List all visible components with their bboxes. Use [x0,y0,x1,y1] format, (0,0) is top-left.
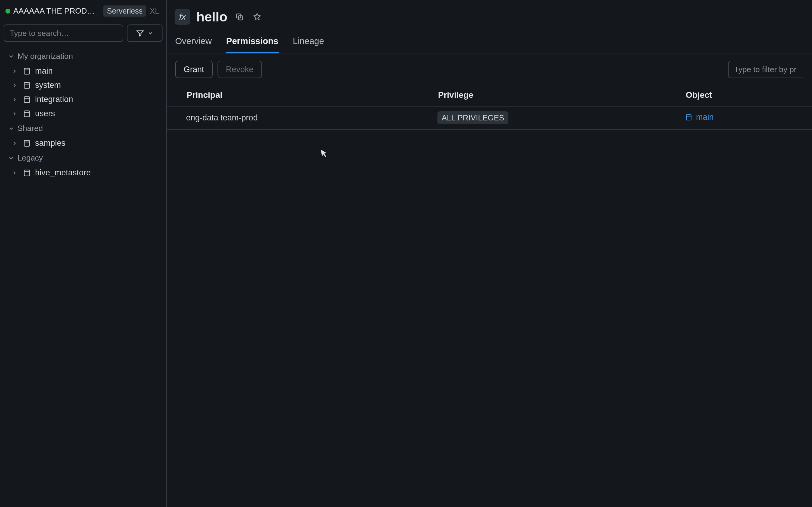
tab-lineage[interactable]: Lineage [293,32,324,53]
tree-item-users[interactable]: users [0,107,166,121]
permissions-table: Principal Privilege Object eng-data team… [167,84,812,130]
filter-input[interactable] [728,61,804,78]
tree-group-my-organization[interactable]: My organization [0,49,166,64]
svg-rect-10 [24,170,29,176]
tree-group-label: My organization [17,52,73,61]
tree-item-integration[interactable]: integration [0,92,166,107]
col-principal: Principal [186,90,438,100]
title-row: fx hello [167,5,812,32]
tree-item-label: hive_metastore [35,168,91,177]
chevron-down-icon [8,155,14,162]
tree-item-samples[interactable]: samples [0,136,166,150]
tabs: Overview Permissions Lineage [167,32,812,53]
object-link[interactable]: main [685,113,714,122]
tree-group-label: Legacy [17,153,43,163]
svg-rect-6 [24,111,29,117]
catalog-icon [23,67,31,75]
tree-item-label: samples [35,138,65,148]
tree-item-label: users [35,109,55,118]
status-dot-icon [5,9,10,13]
tree-item-label: integration [35,95,73,104]
permissions-toolbar: Grant Revoke [167,53,812,84]
tree-item-system[interactable]: system [0,78,166,92]
svg-rect-2 [24,82,29,89]
svg-rect-0 [24,68,29,74]
tree-item-label: system [35,80,61,90]
table-row[interactable]: eng-data team-prod ALL PRIVILEGES main [167,107,812,130]
tab-overview[interactable]: Overview [175,32,212,53]
catalog-icon [23,169,31,177]
chevron-down-icon [8,53,14,60]
catalog-icon [23,96,31,104]
workspace-size: XL [149,7,159,15]
chevron-down-icon [8,125,14,132]
chevron-down-icon [147,30,153,36]
copy-icon[interactable] [234,11,246,23]
revoke-button[interactable]: Revoke [217,61,262,78]
catalog-icon [23,81,31,89]
svg-rect-8 [24,140,29,146]
svg-rect-4 [24,97,29,103]
chevron-right-icon [11,68,17,74]
catalog-icon [23,139,31,147]
tree-group-legacy[interactable]: Legacy [0,150,166,166]
funnel-icon [136,29,144,38]
search-row [0,21,166,47]
workspace-name: AAAAAA THE PRODU… [13,6,100,16]
catalog-tree: My organization main system [0,47,166,181]
page-title: hello [196,9,227,24]
cell-principal: eng-data team-prod [186,113,438,122]
star-icon[interactable] [251,11,263,23]
object-link-label: main [696,113,714,122]
filter-button[interactable] [127,24,162,42]
chevron-right-icon [11,111,17,117]
main-pane: fx hello Overview Permissions Lineage [167,0,812,507]
tree-item-hive-metastore[interactable]: hive_metastore [0,166,166,180]
col-object: Object [685,90,812,100]
chevron-right-icon [11,170,17,176]
catalog-icon [23,110,31,118]
privilege-badge: ALL PRIVILEGES [438,111,508,124]
search-input[interactable] [4,24,123,42]
tree-item-main[interactable]: main [0,64,166,78]
tree-item-label: main [35,66,53,76]
chevron-right-icon [11,140,17,146]
function-icon: fx [174,9,190,25]
grant-button[interactable]: Grant [175,61,213,78]
col-privilege: Privilege [438,90,685,100]
sidebar: AAAAAA THE PRODU… Serverless XL [0,0,167,507]
workspace-badge: Serverless [103,5,146,17]
tab-permissions[interactable]: Permissions [226,32,278,53]
tree-group-shared[interactable]: Shared [0,121,166,136]
tree-group-label: Shared [17,124,43,133]
chevron-right-icon [11,82,17,89]
workspace-row[interactable]: AAAAAA THE PRODU… Serverless XL [0,3,166,21]
table-header-row: Principal Privilege Object [167,84,812,107]
catalog-icon [685,114,692,121]
svg-rect-14 [686,115,691,120]
chevron-right-icon [11,97,17,103]
